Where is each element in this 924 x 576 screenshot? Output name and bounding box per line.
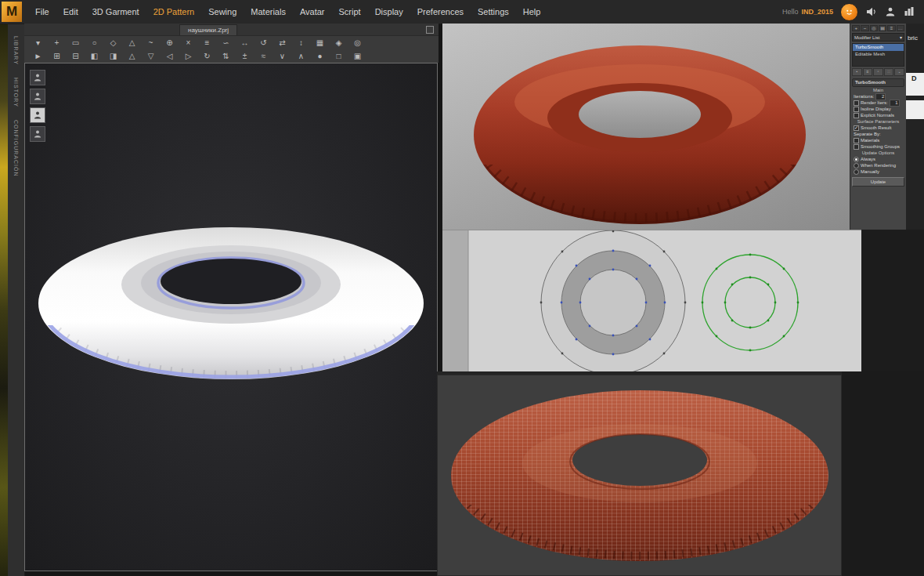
md-3d-viewport[interactable]: [24, 63, 438, 571]
mirror-icon[interactable]: ⇄: [275, 37, 290, 49]
tri-down-icon[interactable]: ▽: [143, 50, 158, 62]
square-icon[interactable]: □: [331, 50, 346, 62]
show-end-result-icon[interactable]: ≡: [863, 68, 873, 76]
garment-show-button[interactable]: [30, 107, 45, 123]
menu-item[interactable]: File: [28, 0, 56, 24]
render-iters-checkbox[interactable]: [854, 100, 859, 106]
menu-item[interactable]: Settings: [471, 0, 516, 24]
transform-icon[interactable]: ⊞: [49, 50, 64, 62]
stack-item-editable-mesh[interactable]: Editable Mesh: [853, 51, 904, 58]
utilities-tab-icon[interactable]: …: [897, 25, 904, 31]
fill-square-icon[interactable]: ▣: [350, 50, 365, 62]
modifier-list-label: Modifier List: [854, 35, 879, 40]
notch-down-icon[interactable]: ∨: [275, 50, 290, 62]
max-render-viewport[interactable]: [442, 24, 850, 230]
swap-icon[interactable]: ⇅: [218, 50, 233, 62]
speaker-icon[interactable]: [865, 6, 877, 18]
avatar-bust-button[interactable]: [30, 126, 45, 142]
select-tool-icon[interactable]: ►: [31, 50, 45, 62]
rotate-icon[interactable]: ↺: [256, 37, 271, 49]
chat-badge-icon[interactable]: [840, 3, 858, 21]
menu-items: FileEdit3D Garment2D PatternSewingMateri…: [28, 0, 547, 24]
menu-item[interactable]: 2D Pattern: [146, 0, 202, 24]
tri-right-icon[interactable]: ▷: [181, 50, 196, 62]
menu-item[interactable]: Script: [332, 0, 368, 24]
redo-icon[interactable]: ↻: [200, 50, 215, 62]
iterations-field[interactable]: 2: [875, 93, 886, 100]
make-unique-icon[interactable]: ▫: [873, 68, 883, 76]
half-left-icon[interactable]: ◧: [87, 50, 102, 62]
smooth-result-checkbox[interactable]: [854, 125, 859, 131]
pattern-2d-window[interactable]: [442, 230, 861, 371]
free-sew-icon[interactable]: ∽: [218, 37, 233, 49]
modify-tab-icon[interactable]: ~: [861, 25, 868, 31]
isoline-checkbox[interactable]: [854, 107, 859, 112]
modifier-stack: TurboSmooth Editable Mesh: [852, 43, 904, 67]
menu-item[interactable]: Help: [516, 0, 548, 24]
dart-tool-icon[interactable]: △: [125, 37, 139, 49]
when-rendering-radio[interactable]: [854, 163, 859, 168]
document-tab[interactable]: наушники.Zprj: [179, 24, 237, 35]
materials-checkbox[interactable]: [854, 138, 859, 143]
menu-item[interactable]: Materials: [244, 0, 293, 24]
menu-item[interactable]: Sewing: [201, 0, 244, 24]
curve-tool-icon[interactable]: ~: [143, 37, 158, 49]
turbosmooth-rollout[interactable]: TurboSmooth: [852, 78, 904, 87]
menu-item[interactable]: Avatar: [293, 0, 332, 24]
columns-icon[interactable]: [903, 6, 915, 18]
add-pattern-icon[interactable]: +: [49, 37, 64, 49]
update-button[interactable]: Update: [852, 177, 904, 187]
snap-icon[interactable]: ◈: [331, 37, 346, 49]
rect-pattern-icon[interactable]: ▭: [68, 37, 83, 49]
avatar-show-button[interactable]: [30, 70, 45, 85]
collapse-icon[interactable]: ⊟: [68, 50, 83, 62]
polygon-pattern-icon[interactable]: ◇: [106, 37, 121, 49]
detach-window-icon[interactable]: [426, 26, 434, 34]
avatar-pose-button[interactable]: [30, 89, 45, 104]
pin-stack-icon[interactable]: ▪: [852, 68, 862, 76]
menu-item[interactable]: 3D Garment: [85, 0, 146, 24]
wireframe-viewport[interactable]: [437, 375, 842, 576]
notch-up-icon[interactable]: ∧: [294, 50, 309, 62]
modifier-list-dropdown[interactable]: Modifier List ▾: [852, 33, 904, 42]
rail-tab[interactable]: CONFIGURACIÓN: [13, 120, 19, 177]
measure-icon[interactable]: ↔: [237, 37, 252, 49]
screen: LIBRARYHISTORYCONFIGURACIÓN M FileEdit3D…: [0, 0, 924, 576]
rail-tab[interactable]: LIBRARY: [13, 36, 19, 65]
render-iters-field[interactable]: 1: [890, 100, 900, 107]
red-torus-render: [442, 24, 850, 230]
point-icon[interactable]: ●: [312, 50, 327, 62]
create-tab-icon[interactable]: +: [852, 25, 860, 31]
remove-modifier-icon[interactable]: ∷: [884, 68, 894, 76]
half-right-icon[interactable]: ◨: [106, 50, 121, 62]
app-logo[interactable]: M: [2, 2, 22, 22]
motion-tab-icon[interactable]: ▤: [879, 25, 886, 31]
grainline-icon[interactable]: ↕: [294, 37, 309, 49]
tri-up-icon[interactable]: △: [125, 50, 139, 62]
smoothing-groups-checkbox[interactable]: [854, 144, 859, 150]
menu-item[interactable]: Edit: [56, 0, 85, 24]
grid-icon[interactable]: ▦: [312, 37, 327, 49]
explicit-normals-checkbox[interactable]: [854, 113, 859, 118]
desktop-background-strip: [0, 24, 8, 576]
always-radio[interactable]: [854, 157, 859, 162]
wave-icon[interactable]: ≈: [256, 50, 271, 62]
offset-icon[interactable]: ±: [237, 50, 252, 62]
manually-radio[interactable]: [854, 169, 859, 175]
circle-pattern-icon[interactable]: ○: [87, 37, 102, 49]
rail-tab[interactable]: HISTORY: [13, 78, 19, 107]
menu-item[interactable]: Display: [368, 0, 410, 24]
target-icon[interactable]: ◎: [350, 37, 365, 49]
add-point-icon[interactable]: ⊕: [162, 37, 177, 49]
display-tab-icon[interactable]: ≡: [887, 25, 895, 31]
configure-icon[interactable]: ⌄: [894, 68, 904, 76]
menu-item[interactable]: Preferences: [410, 0, 471, 24]
hierarchy-tab-icon[interactable]: ◎: [870, 25, 878, 31]
stack-item-turbosmooth[interactable]: TurboSmooth: [853, 44, 904, 51]
user-icon[interactable]: [884, 6, 896, 18]
cut-tool-icon[interactable]: ×: [181, 37, 196, 49]
dropdown-arrow-icon[interactable]: ▾: [31, 37, 45, 49]
left-rail: LIBRARYHISTORYCONFIGURACIÓN: [8, 24, 25, 576]
seam-tool-icon[interactable]: ≡: [200, 37, 215, 49]
tri-left-icon[interactable]: ◁: [162, 50, 177, 62]
